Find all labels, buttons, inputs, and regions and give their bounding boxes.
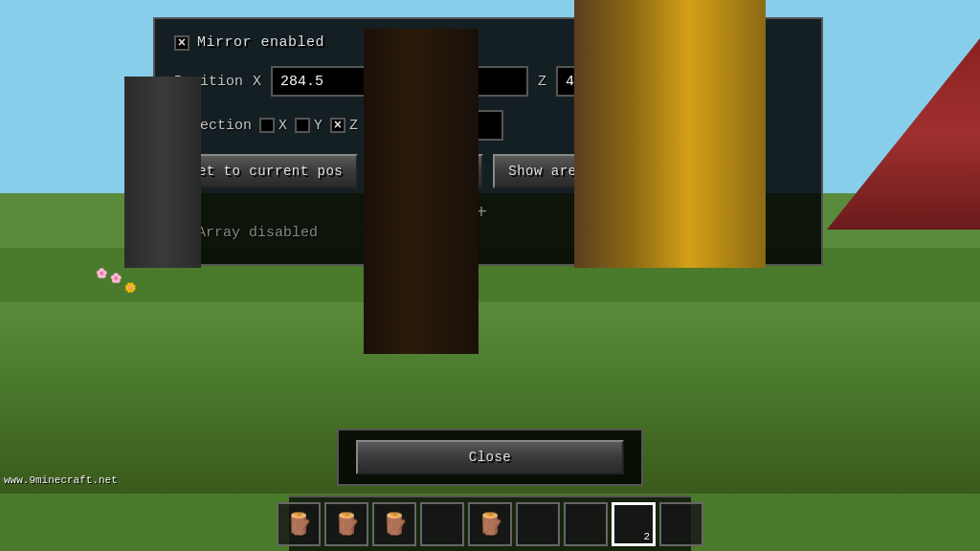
dir-x-label: X xyxy=(278,118,287,134)
hotbar-slot-4 xyxy=(420,502,464,546)
watermark: www.9minecraft.net xyxy=(4,474,118,486)
slot-1-item: 🪵 xyxy=(286,512,312,538)
hotbar-slot-1: 🪵 xyxy=(277,502,321,546)
slot-3-item: 🪵 xyxy=(382,512,408,538)
z-axis-label: Z xyxy=(538,74,546,90)
hotbar-slot-9 xyxy=(659,502,703,546)
slot-2-item: 🪵 xyxy=(334,512,360,538)
dir-x-checkbox[interactable] xyxy=(259,118,275,133)
slot-5-item: 🪵 xyxy=(478,512,503,538)
slot-8-count: 2 xyxy=(643,531,650,542)
pillar-left xyxy=(124,77,201,268)
dir-z-label: Z xyxy=(349,118,358,134)
hotbar-slot-8: 2 xyxy=(612,502,656,546)
hotbar-slot-6 xyxy=(516,502,560,546)
hotbar-slot-7 xyxy=(564,502,608,546)
hotbar-slot-5: 🪵 xyxy=(468,502,512,546)
flower-decoration: 🌸 xyxy=(96,268,107,279)
slot-3[interactable]: 🪵 xyxy=(372,502,416,546)
slot-6[interactable] xyxy=(516,502,560,546)
close-dialog: Close xyxy=(337,429,643,486)
slot-2[interactable]: 🪵 xyxy=(324,502,368,546)
hotbar-slot-2: 🪵 xyxy=(324,502,368,546)
x-axis-label: X xyxy=(253,74,261,90)
slot-4[interactable] xyxy=(420,502,464,546)
dir-y-checkbox[interactable] xyxy=(295,118,310,133)
mirror-label: Mirror enabled xyxy=(197,34,324,51)
flower-decoration: 🌸 xyxy=(110,273,122,284)
watermark-text: www.9minecraft.net xyxy=(4,474,118,486)
set-to-current-pos-button[interactable]: Set to current pos xyxy=(174,154,358,188)
dir-z-checkbox[interactable] xyxy=(330,118,345,133)
dir-x-item: X xyxy=(259,118,287,134)
close-button[interactable]: Close xyxy=(356,440,624,474)
pillar-right xyxy=(574,0,766,268)
slot-5[interactable]: 🪵 xyxy=(468,502,512,546)
slot-9[interactable] xyxy=(659,502,703,546)
hotbar: 🪵 🪵 🪵 🪵 2 xyxy=(289,496,691,551)
slot-7[interactable] xyxy=(564,502,608,546)
dir-y-item: Y xyxy=(295,118,323,134)
dir-y-label: Y xyxy=(314,118,323,134)
slot-1[interactable]: 🪵 xyxy=(277,502,321,546)
flower-decoration: 🌼 xyxy=(124,282,136,294)
hotbar-slot-3: 🪵 xyxy=(372,502,416,546)
dir-z-item: Z xyxy=(330,118,358,134)
pillar-center xyxy=(364,29,479,354)
array-label: Array disabled xyxy=(197,225,318,241)
mirror-checkbox[interactable] xyxy=(174,35,189,51)
